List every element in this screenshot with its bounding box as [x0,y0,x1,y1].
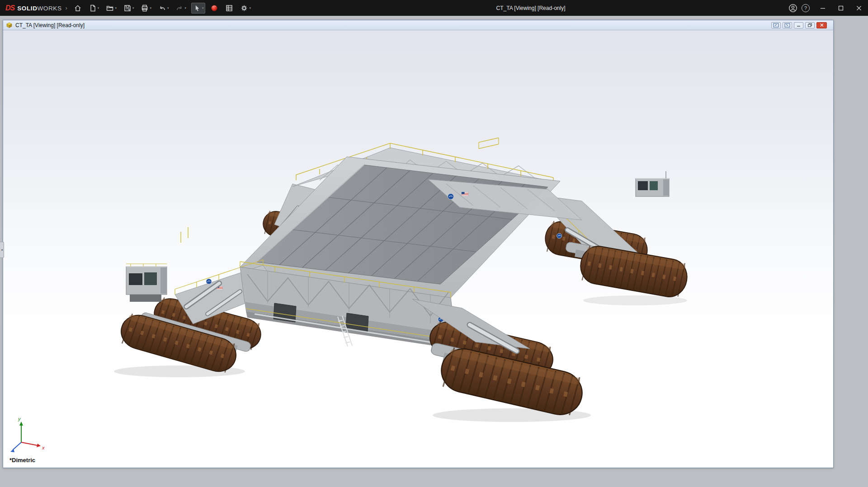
panel-collapse-handle[interactable]: ◂ [0,242,4,258]
help-button[interactable]: ? [802,4,810,12]
logo-flyout-chevron[interactable]: › [66,5,67,11]
nasa-meatball-logo [206,279,212,284]
dropdown-caret[interactable]: ▾ [202,6,204,9]
redo-icon [175,4,184,12]
dropdown-caret[interactable]: ▾ [249,6,251,9]
print-icon [141,4,149,12]
open-icon [106,4,114,12]
document-close-button[interactable] [816,22,827,28]
left-cab [126,264,167,302]
user-account-icon [788,4,797,13]
window-pane-icon [784,23,790,28]
view-orientation-label: *Dimetric [9,457,35,464]
document-report-icon [225,4,233,12]
dropdown-caret[interactable]: ▾ [132,6,134,9]
save-button[interactable]: ▾ [122,3,136,14]
window-pane-icon [773,23,779,28]
ds-logo-mark: DS [5,4,14,12]
logo-text-solid: SOLID [17,5,37,12]
titlebar-right-controls: ? [788,0,868,16]
document-minimize-button[interactable] [794,22,803,28]
restore-icon [807,23,812,27]
maximize-button[interactable] [832,0,850,16]
new-document-icon [89,4,97,12]
open-button[interactable]: ▾ [104,3,118,14]
minimize-button[interactable] [814,0,832,16]
close-icon [856,5,862,11]
home-button[interactable] [72,3,84,14]
user-account-button[interactable] [788,4,797,13]
save-icon [123,4,132,12]
dropdown-caret[interactable]: ▾ [98,6,99,9]
us-flag [462,192,468,196]
logo-text-works: WORKS [38,5,62,12]
nasa-meatball-logo [448,194,454,200]
document-restore-button[interactable] [805,22,815,28]
select-tool-button[interactable]: ▾ [191,3,206,14]
window-tool-button-right[interactable] [783,22,792,28]
right-cab [636,171,669,197]
3dexperience-icon [210,4,218,12]
new-document-button[interactable]: ▾ [87,3,101,14]
undo-icon [158,4,166,12]
nasa-meatball-logo [557,234,562,239]
options-gear-icon [240,4,248,12]
app-window-title: CT_TA [Viewing] [Read-only] [496,5,566,11]
dropdown-caret[interactable]: ▾ [167,6,169,9]
minimize-icon [796,23,801,27]
redo-button[interactable]: ▾ [174,3,188,14]
app-titlebar: DS SOLIDWORKS › ▾ ▾ ▾ ▾ [0,0,868,16]
undo-button[interactable]: ▾ [156,3,171,14]
select-cursor-icon [193,4,201,12]
document-titlebar: CT_TA [Viewing] [Read-only] [3,20,833,30]
document-report-button[interactable] [223,3,235,14]
triad-x-label: x [42,445,45,450]
solidworks-app: DS SOLIDWORKS › ▾ ▾ ▾ ▾ [0,0,868,487]
close-button[interactable] [850,0,868,16]
home-icon [74,4,82,12]
minimize-icon [820,5,826,11]
viewport-3d[interactable]: x y *Dimetric [3,30,833,468]
document-window: CT_TA [Viewing] [Read-only] [3,20,834,468]
print-button[interactable]: ▾ [139,3,153,14]
document-window-controls [771,22,830,28]
crawler-model-group [114,138,690,422]
close-icon [820,23,824,27]
3dexperience-button[interactable] [208,3,220,14]
crawler-transporter-model: x y [3,30,833,468]
quick-access-toolbar: ▾ ▾ ▾ ▾ ▾ ▾ ▾ [72,3,253,14]
window-tool-button-left[interactable] [771,22,781,28]
triad-y-label: y [18,416,21,421]
document-title: CT_TA [Viewing] [Read-only] [15,22,85,28]
assembly-document-icon [6,22,13,28]
orientation-triad: x y [10,416,45,452]
maximize-icon [838,5,844,11]
help-icon: ? [802,4,810,12]
dropdown-caret[interactable]: ▾ [115,6,117,9]
dropdown-caret[interactable]: ▾ [150,6,151,9]
solidworks-logo: DS SOLIDWORKS [5,4,62,12]
options-button[interactable]: ▾ [238,3,253,14]
dropdown-caret[interactable]: ▾ [184,6,186,9]
